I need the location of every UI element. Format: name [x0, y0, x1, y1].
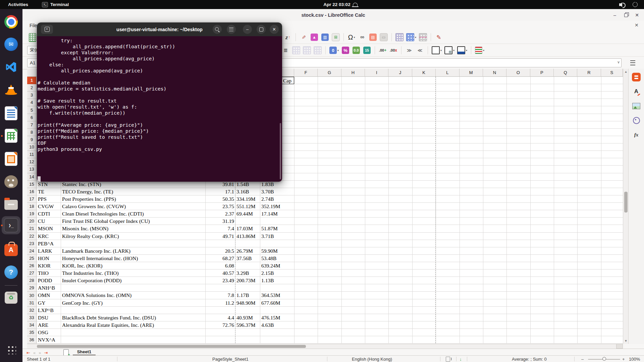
- last-sheet-icon[interactable]: ⇥: [44, 350, 48, 355]
- activities-button[interactable]: Activities: [8, 0, 28, 9]
- close-button[interactable]: ✕: [634, 12, 640, 18]
- format-percent-icon[interactable]: %: [341, 46, 350, 54]
- dock-item-help[interactable]: ?: [4, 265, 18, 280]
- insert-comment-icon-glyph: ▤: [369, 34, 377, 41]
- format-currency-icon-glyph: 0: [329, 47, 337, 54]
- dock-item-vlc[interactable]: [4, 83, 18, 98]
- border-color-icon[interactable]: ▾: [457, 46, 467, 54]
- dock-item-thunderbird[interactable]: ✉: [4, 37, 18, 52]
- previous-sheet-icon[interactable]: «: [33, 350, 36, 355]
- terminal-window[interactable]: + user@user-virtual-machine: ~/Desktop –…: [37, 22, 282, 182]
- focused-app-menu[interactable]: ❯_ Terminal: [42, 0, 69, 9]
- freeze-panes-icon[interactable]: [395, 33, 404, 41]
- merge-cells-icon[interactable]: [292, 46, 300, 54]
- unmerge-cells-icon[interactable]: [314, 46, 322, 54]
- delete-decimal-icon[interactable]: .00x: [389, 46, 397, 54]
- insert-image-icon-glyph: ▲: [311, 34, 318, 41]
- toolbar-separator: [401, 46, 401, 54]
- dock-item-libreoffice-writer[interactable]: [4, 106, 18, 121]
- zoom-out-icon[interactable]: –: [581, 356, 584, 362]
- dock-item-files[interactable]: [4, 196, 18, 211]
- dropdown-arrow-icon[interactable]: ▾: [453, 49, 454, 52]
- close-document-icon[interactable]: ✕: [635, 22, 639, 28]
- power-indicator[interactable]: [633, 0, 638, 9]
- search-button[interactable]: [213, 25, 222, 34]
- border-style-icon[interactable]: ▾: [444, 46, 454, 54]
- show-applications-icon[interactable]: [7, 345, 16, 354]
- format-date-icon[interactable]: 15: [363, 46, 371, 54]
- hyperlink-icon[interactable]: ∞: [358, 33, 366, 41]
- clock-menu[interactable]: Apr 22 03:02: [304, 0, 377, 9]
- dock: ✉❯_A?♻: [0, 9, 22, 362]
- first-sheet-icon[interactable]: ⇤: [26, 350, 30, 355]
- expand-formula-bar-icon[interactable]: ∨: [617, 60, 620, 64]
- terminal-body[interactable]: try: all_prices.append(float(price_str))…: [37, 36, 282, 182]
- format-currency-icon[interactable]: 0▾: [329, 46, 339, 54]
- terminal-close-button[interactable]: ✕: [270, 25, 279, 34]
- volume-indicator[interactable]: [619, 0, 622, 9]
- terminal-scrollbar[interactable]: [280, 123, 281, 179]
- dock-item-libreoffice-impress[interactable]: [4, 152, 18, 166]
- add-decimal-icon[interactable]: .00+: [379, 46, 387, 54]
- add-sheet-icon[interactable]: [63, 349, 69, 356]
- split-window-icon[interactable]: [419, 33, 427, 41]
- selection-mode-icon[interactable]: I: [446, 356, 452, 362]
- status-divider: [117, 357, 117, 361]
- next-sheet-icon[interactable]: »: [39, 350, 41, 355]
- calc-titlebar[interactable]: stock.csv - LibreOffice Calc – ✕: [22, 9, 644, 21]
- document-saved-icon[interactable]: ↓: [460, 356, 462, 362]
- zoom-percent[interactable]: 100%: [629, 356, 640, 362]
- menu-file[interactable]: File: [30, 23, 37, 28]
- insert-image-icon[interactable]: ▲: [310, 33, 318, 41]
- dropdown-arrow-icon[interactable]: ▾: [415, 36, 416, 39]
- terminal-titlebar[interactable]: + user@user-virtual-machine: ~/Desktop –…: [37, 22, 282, 37]
- insert-comment-icon[interactable]: ▤: [369, 33, 377, 41]
- increase-indent-icon[interactable]: ≫: [405, 46, 413, 54]
- dock-item-ubuntu-software[interactable]: A: [4, 242, 18, 256]
- dock-item-libreoffice-calc[interactable]: [4, 128, 18, 143]
- insert-pivot-table-icon[interactable]: ⊞: [332, 33, 340, 41]
- dropdown-arrow-icon[interactable]: ▾: [440, 49, 442, 52]
- clone-formatting-icon[interactable]: ✎: [300, 33, 308, 41]
- dock-item-gimp[interactable]: [4, 174, 18, 189]
- top-bar: Activities ❯_ Terminal Apr 22 03:02: [0, 0, 644, 9]
- sidebar-menu-icon[interactable]: [630, 60, 635, 65]
- border-color-icon-glyph: [457, 46, 465, 54]
- dropdown-arrow-icon[interactable]: ▾: [354, 36, 355, 39]
- sheet-tab[interactable]: Sheet1: [73, 349, 95, 355]
- headers-footers-icon[interactable]: ▭: [380, 33, 388, 41]
- wrap-text-icon[interactable]: ≣: [281, 46, 289, 54]
- language[interactable]: English (Hong Kong): [352, 356, 392, 362]
- dock-item-terminal[interactable]: ❯_: [4, 218, 18, 233]
- power-icon: [633, 2, 638, 7]
- insert-chart-icon[interactable]: ▥: [321, 33, 329, 41]
- menu-button[interactable]: [227, 25, 236, 34]
- dropdown-arrow-icon[interactable]: ▾: [466, 49, 467, 52]
- restore-button[interactable]: [623, 12, 629, 18]
- trash-icon: ♻: [5, 292, 17, 304]
- special-character-icon[interactable]: Ω▾: [347, 33, 356, 41]
- average-sum: Average: ; Sum: 0: [512, 356, 547, 362]
- merge-center-icon[interactable]: [303, 46, 311, 54]
- running-indicator-dot: [1, 225, 3, 226]
- dock-item-vscode[interactable]: [4, 60, 18, 74]
- dock-item-trash[interactable]: ♻: [4, 290, 18, 304]
- zoom-slider-handle[interactable]: [602, 357, 606, 361]
- sort-descending-icon[interactable]: z↑: [284, 33, 292, 41]
- new-document-icon[interactable]: [29, 33, 36, 42]
- borders-icon[interactable]: ▾: [432, 46, 442, 54]
- terminal-minimize-button[interactable]: –: [243, 25, 252, 34]
- dropdown-arrow-icon[interactable]: ▾: [337, 49, 339, 52]
- freeze-rows-columns-icon[interactable]: ▾: [406, 33, 416, 41]
- impress-icon: [5, 152, 17, 166]
- conditional-formatting-icon[interactable]: ▾: [475, 46, 484, 54]
- minimize-button[interactable]: –: [611, 12, 618, 18]
- dock-item-chrome[interactable]: [4, 14, 18, 29]
- decrease-indent-icon[interactable]: ≪: [416, 46, 424, 54]
- terminal-maximize-button[interactable]: [257, 25, 266, 34]
- format-number-icon[interactable]: 0.0: [352, 46, 360, 54]
- dropdown-arrow-icon[interactable]: ▾: [483, 49, 484, 52]
- page-style[interactable]: PageStyle_Sheet1: [212, 356, 249, 362]
- show-draw-functions-icon[interactable]: ✎: [435, 33, 443, 41]
- zoom-in-icon[interactable]: +: [622, 356, 625, 362]
